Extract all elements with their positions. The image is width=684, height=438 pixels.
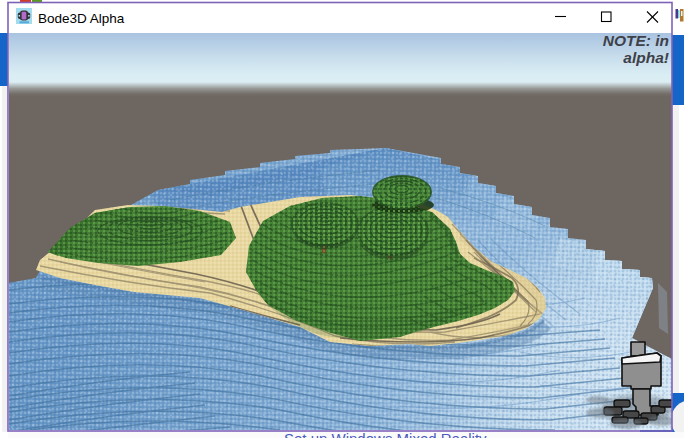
svg-text:NOTE: in: NOTE: in [603,32,669,49]
svg-text:Bode3D Alpha: Bode3D Alpha [38,11,125,26]
svg-text:alpha!: alpha! [623,49,669,66]
